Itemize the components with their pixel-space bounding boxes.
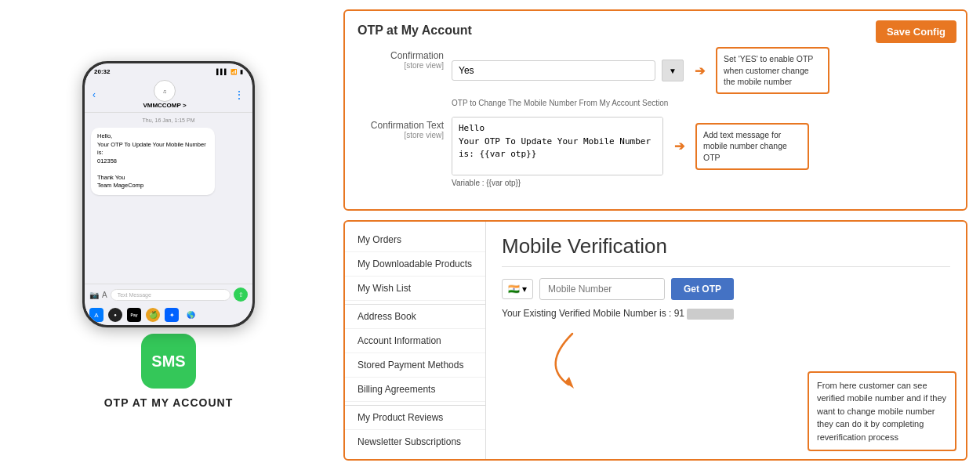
select-arrow-icon: ▼ [662, 60, 684, 81]
existing-number-text: Your Existing Verified Mobile Number is … [502, 308, 950, 320]
menu-stored-payment[interactable]: Stored Payment Methods [345, 353, 485, 378]
phone-bottom-icons: A ● Pay 🍏 ✦ 🌎 [85, 305, 252, 325]
phone-chat-area: Thu, 16 Jan, 1:15 PM Hello,Your OTP To U… [85, 113, 252, 284]
account-main: Mobile Verification 🇮🇳 ▾ Get OTP Your Ex… [486, 222, 966, 459]
sms-label: SMS [151, 352, 185, 371]
phone-time: 20:32 [94, 68, 110, 75]
phone-header: ‹ ♫ VMMCCOMP > ⋮ [85, 77, 252, 113]
mobile-verification-title: Mobile Verification [502, 234, 950, 258]
curved-arrow-svg [525, 326, 619, 389]
svg-marker-0 [564, 377, 574, 389]
select-wrapper: Yes No ▼ ➔ Set 'YES' to enable OTP when … [452, 47, 953, 94]
chat-message: Hello,Your OTP To Update Your Mobile Num… [97, 132, 206, 189]
phone-wrapper: 20:32 ▌▌▌ 📶 ▮ ‹ ♫ VMMCCOMP > [82, 61, 255, 327]
wifi-icon: 📶 [230, 69, 238, 75]
country-arrow-icon: ▾ [522, 284, 527, 295]
panel-title: OTP at My Account [358, 24, 953, 38]
avatar: ♫ [154, 80, 176, 102]
phone-header-center: ♫ VMMCCOMP > [143, 80, 186, 109]
chat-bubble: Hello,Your OTP To Update Your Mobile Num… [91, 128, 215, 195]
arrow-area [502, 326, 950, 373]
menu-my-orders[interactable]: My Orders [345, 228, 485, 252]
battery-icon: ▮ [240, 69, 243, 75]
right-section: OTP at My Account Save Config Confirmati… [337, 0, 980, 470]
menu-billing-agreements[interactable]: Billing Agreements [345, 378, 485, 402]
bottom-panel: My Orders My Downloadable Products My Wi… [343, 220, 967, 461]
account-sidebar: My Orders My Downloadable Products My Wi… [345, 222, 486, 459]
phone-body: 20:32 ▌▌▌ 📶 ▮ ‹ ♫ VMMCCOMP > [82, 61, 255, 327]
appstore-icon[interactable]: A [89, 308, 103, 322]
menu-downloadable-products[interactable]: My Downloadable Products [345, 252, 485, 277]
signal-icon: ▌▌▌ [216, 69, 228, 74]
sms-icon: SMS [141, 334, 196, 389]
confirmation-hint: OTP to Change The Mobile Number From My … [452, 99, 953, 107]
confirmation-text-area: Hello Your OTP To Update Your Mobile Num… [452, 117, 953, 187]
dropbox-icon[interactable]: ✦ [165, 308, 179, 322]
phone-status-bar: 20:32 ▌▌▌ 📶 ▮ [85, 63, 252, 77]
country-flag-selector[interactable]: 🇮🇳 ▾ [502, 279, 533, 299]
mobile-number-input[interactable] [539, 278, 665, 300]
mic-icon[interactable]: A [102, 291, 107, 299]
bottom-callout: From here customer can see verified mobi… [808, 371, 956, 452]
chat-date: Thu, 16 Jan, 1:15 PM [91, 118, 246, 123]
status-icons: ▌▌▌ 📶 ▮ [216, 69, 243, 75]
flag-emoji: 🇮🇳 [508, 284, 520, 295]
phone-input-bar: 📷 A Text Message ⇧ [85, 284, 252, 305]
confirmation-textarea[interactable]: Hello Your OTP To Update Your Mobile Num… [452, 117, 663, 175]
mobile-input-row: 🇮🇳 ▾ Get OTP [502, 278, 950, 300]
get-otp-button[interactable]: Get OTP [671, 278, 734, 300]
confirmation-text-row: Confirmation Text [store view] Hello You… [358, 117, 953, 187]
confirmation-select[interactable]: Yes No [452, 60, 655, 81]
photos-icon[interactable]: 🌎 [183, 308, 198, 322]
confirmation-callout: Set 'YES' to enable OTP when customer ch… [716, 47, 829, 94]
phone-section: 20:32 ▌▌▌ 📶 ▮ ‹ ♫ VMMCCOMP > [0, 0, 337, 470]
back-icon[interactable]: ‹ [93, 89, 96, 100]
confirmation-row: Confirmation [store view] Yes No ▼ ➔ Set… [358, 47, 953, 107]
cookie-icon[interactable]: 🍏 [146, 308, 160, 322]
callout-arrow-1: ➔ [695, 63, 705, 78]
input-placeholder: Text Message [118, 292, 151, 298]
menu-newsletter[interactable]: Newsletter Subscriptions [345, 430, 485, 454]
applepay-icon[interactable]: Pay [127, 308, 141, 322]
text-callout: Add text message for mobile number chang… [695, 123, 809, 170]
phone-screen: 20:32 ▌▌▌ 📶 ▮ ‹ ♫ VMMCCOMP > [85, 63, 252, 325]
message-input[interactable]: Text Message [111, 289, 230, 301]
menu-address-book[interactable]: Address Book [345, 304, 485, 329]
variable-hint: Variable : {{var otp}} [452, 179, 953, 187]
more-icon[interactable]: ⋮ [234, 89, 245, 101]
menu-product-reviews[interactable]: My Product Reviews [345, 405, 485, 430]
menu-wish-list[interactable]: My Wish List [345, 277, 485, 301]
confirmation-input-area: Yes No ▼ ➔ Set 'YES' to enable OTP when … [452, 47, 953, 107]
confirmation-label: Confirmation [store view] [358, 47, 444, 70]
camera-icon[interactable]: 📷 [89, 291, 99, 299]
otp-label: OTP AT MY ACCOUNT [104, 396, 234, 409]
textarea-wrapper: Hello Your OTP To Update Your Mobile Num… [452, 117, 953, 175]
save-config-button[interactable]: Save Config [876, 20, 956, 43]
callout-arrow-2: ➔ [674, 139, 684, 154]
menu-account-information[interactable]: Account Information [345, 329, 485, 353]
snapchat-icon[interactable]: ● [108, 308, 122, 322]
top-panel: OTP at My Account Save Config Confirmati… [343, 9, 967, 211]
confirmation-text-label: Confirmation Text [store view] [358, 117, 444, 139]
contact-name: VMMCCOMP > [143, 102, 186, 109]
mv-divider [502, 266, 950, 267]
send-button[interactable]: ⇧ [234, 287, 248, 302]
blurred-number [687, 309, 734, 320]
